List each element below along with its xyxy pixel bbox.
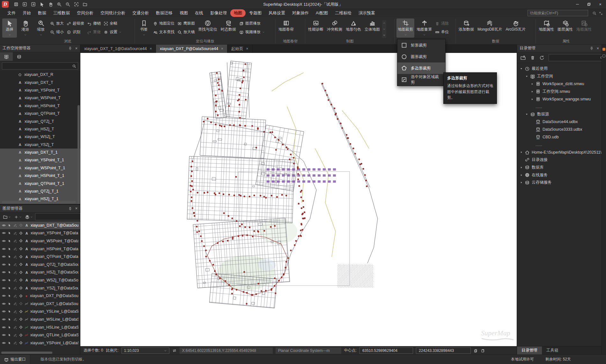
layer-group-button[interactable] xyxy=(2,213,12,220)
selectable-icon[interactable] xyxy=(8,294,11,298)
bottom-tab-工具箱[interactable]: 工具箱 xyxy=(542,346,563,354)
zoom-out-icon[interactable] xyxy=(65,2,70,7)
ribbon-button-MongoDB瓦片[interactable]: MongoDB瓦片 xyxy=(476,18,503,32)
eye-icon[interactable] xyxy=(2,286,6,290)
snap-icon[interactable] xyxy=(19,255,23,259)
save-icon[interactable] xyxy=(13,2,19,7)
workspace-search-field[interactable] xyxy=(4,64,72,68)
selectable-icon[interactable] xyxy=(8,325,11,329)
layer-row[interactable]: xiayuan_HSLine_L@DataSource44 xyxy=(0,323,80,331)
workspace-item[interactable]: Axiayuan_WSZj_T xyxy=(0,133,80,141)
ribbon-button-立体地图[interactable]: 立体地图 xyxy=(363,18,381,32)
edit-icon[interactable] xyxy=(13,309,17,314)
pin-icon[interactable] xyxy=(590,46,594,51)
selectable-icon[interactable] xyxy=(8,255,11,258)
folder-icon[interactable] xyxy=(82,2,88,7)
eye-icon[interactable] xyxy=(2,325,6,330)
eye-icon[interactable] xyxy=(2,231,6,235)
ribbon-button-全幅[interactable]: 全幅 xyxy=(103,20,122,26)
workspace-item[interactable]: Axiayuan_QTZj_T xyxy=(0,117,80,125)
ribbon-button-单位[interactable]: 单位 xyxy=(434,29,450,35)
menu-item-交通分析[interactable]: 交通分析 xyxy=(129,9,152,17)
chevron-down-icon[interactable] xyxy=(8,33,11,37)
menu-item-空间统计分析[interactable]: 空间统计分析 xyxy=(97,9,129,17)
eye-icon[interactable] xyxy=(2,223,6,228)
side-strip-icon-2[interactable] xyxy=(602,55,605,57)
workspace-item[interactable]: Axiayuan_YSZj_T xyxy=(0,141,80,149)
ribbon-button-性能诊断[interactable]: 性能诊断 xyxy=(307,18,325,32)
ribbon-button-地形匀色[interactable]: 地形匀色 xyxy=(344,18,362,32)
layer-row[interactable]: xiayuan_WSLine_L@DataSource44 xyxy=(0,316,80,324)
ribbon-button-清除[interactable]: 清除 xyxy=(434,20,450,26)
trash-icon[interactable] xyxy=(530,55,535,61)
edit-icon[interactable] xyxy=(13,325,17,329)
layers-button[interactable] xyxy=(24,213,34,220)
tab-workspace-tree[interactable] xyxy=(0,52,13,61)
catalog-node[interactable]: ...... xyxy=(517,103,602,111)
expand-icon[interactable] xyxy=(530,83,534,85)
edit-icon[interactable] xyxy=(13,262,17,266)
menu-item-多边形裁剪[interactable]: 多边形裁剪 xyxy=(397,62,445,74)
horizontal-scrollbar[interactable] xyxy=(2,201,76,203)
expand-icon[interactable] xyxy=(530,98,534,101)
map-tab[interactable]: 起始页× xyxy=(227,45,253,53)
swap-coords-icon[interactable] xyxy=(172,348,177,353)
eye-icon[interactable] xyxy=(2,333,6,337)
snap-icon[interactable] xyxy=(19,247,23,251)
expand-icon[interactable] xyxy=(520,174,523,177)
layer-row[interactable]: Axiayuan_QTZj_T@DataSource44 xyxy=(0,260,80,268)
ribbon-button-漫游[interactable]: 漫游 xyxy=(18,18,33,38)
edit-icon[interactable] xyxy=(13,223,17,227)
ribbon-button-添加数据[interactable]: 添加数据 xyxy=(457,18,475,32)
menu-item-地图[interactable]: 地图 xyxy=(230,9,246,17)
ribbon-button-放大[interactable]: 放大 xyxy=(49,20,65,26)
selectable-icon[interactable] xyxy=(8,333,11,337)
ribbon-button-地图属性[interactable]: 地图属性 xyxy=(537,18,555,32)
snap-icon[interactable] xyxy=(19,231,23,235)
collapse-icon[interactable] xyxy=(520,67,523,70)
edit-icon[interactable] xyxy=(13,302,17,306)
layer-row[interactable]: xiayuan_DXT_L@DataSource44 xyxy=(0,300,80,308)
menu-item-数据[interactable]: 数据 xyxy=(34,9,50,17)
eye-icon[interactable] xyxy=(2,254,6,259)
map-tab[interactable]: xiayuan_DXT_T_1@DataSource44× xyxy=(80,45,156,53)
ribbon-button-设置[interactable]: 设置 xyxy=(103,29,122,35)
snap-icon[interactable] xyxy=(19,294,23,298)
ribbon-button-识别[interactable]: 识别 xyxy=(66,29,85,35)
refresh-icon[interactable] xyxy=(539,55,544,61)
catalog-node[interactable]: UDBXDataSource44.udbx xyxy=(517,118,602,126)
workspace-item[interactable]: Axiayuan_QTPoint_T_1 xyxy=(0,179,80,187)
cursor-icon[interactable] xyxy=(39,2,45,7)
layer-row[interactable]: Axiayuan_YSZj_T@DataSource44 xyxy=(0,284,80,292)
menu-item-专题图[interactable]: 专题图 xyxy=(246,9,265,17)
catalog-search-input[interactable] xyxy=(549,54,606,61)
ribbon-button-鹰眼图[interactable]: 鹰眼图 xyxy=(176,20,196,26)
layer-row[interactable]: xiayuan_DXT_P@DataSource44 xyxy=(0,292,80,300)
edit-icon[interactable] xyxy=(13,239,17,243)
menu-item-对象操作[interactable]: 对象操作 xyxy=(289,9,312,17)
collapse-icon[interactable] xyxy=(525,75,528,78)
close-tab-icon[interactable]: × xyxy=(150,47,152,51)
snap-icon[interactable] xyxy=(19,341,23,345)
ribbon-button-书签[interactable]: 书签 xyxy=(137,18,151,38)
restore-button[interactable] xyxy=(583,0,595,9)
pin-icon[interactable] xyxy=(68,206,72,211)
chevron-down-icon[interactable] xyxy=(143,33,145,37)
ribbon-button-放大镜[interactable]: 放大镜 xyxy=(176,29,196,35)
ribbon-button-超链接[interactable]: 超链接 xyxy=(66,20,85,26)
tab-datasource-view[interactable] xyxy=(13,52,26,61)
ribbon-button-缩小[interactable]: 缩小 xyxy=(49,29,65,35)
close-icon[interactable]: × xyxy=(597,46,599,51)
workspace-item[interactable]: xiayuan_DXT_R xyxy=(0,71,80,78)
layer-search-field[interactable] xyxy=(37,215,86,219)
menu-item-矩形裁剪[interactable]: 矩形裁剪 xyxy=(397,40,445,51)
back-icon[interactable] xyxy=(22,2,27,7)
catalog-node[interactable]: 工作空间.smwu xyxy=(517,88,602,95)
layer-row[interactable]: Axiayuan_WSZj_T@DataSource44 xyxy=(0,276,80,284)
center-x-field[interactable]: 63510.52989629404 xyxy=(359,347,413,354)
eye-icon[interactable] xyxy=(2,262,6,267)
ribbon-button-撤销[interactable]: 撤销 xyxy=(86,20,102,26)
expand-icon[interactable] xyxy=(530,90,534,93)
side-strip-icon-1[interactable] xyxy=(602,48,605,51)
scale-select[interactable]: 1:10,023 xyxy=(122,347,169,354)
